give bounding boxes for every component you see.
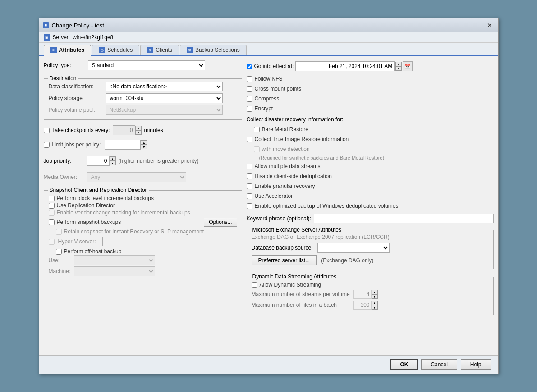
- off-host-checkbox[interactable]: [56, 249, 62, 255]
- title-bar-left: ■ Change Policy - test: [43, 22, 104, 29]
- bare-metal-row: Bare Metal Restore: [254, 126, 494, 132]
- max-files-spin-up[interactable]: ▲: [372, 301, 378, 305]
- preferred-server-button[interactable]: Preferred server list...: [252, 255, 317, 265]
- policy-storage-row: Policy storage: worm_004-stu: [49, 93, 237, 103]
- exchange-dag-only-label: (Exchange DAG only): [321, 257, 373, 264]
- max-streams-spin-buttons: ▲ ▼: [372, 290, 378, 299]
- limit-jobs-input[interactable]: [105, 140, 141, 150]
- tab-backup-selections[interactable]: ⊞ Backup Selections: [180, 45, 247, 55]
- go-effect-spin-down[interactable]: ▼: [395, 66, 402, 71]
- enable-optimized-row: Enable optimized backup of Windows dedup…: [247, 203, 494, 209]
- go-effect-spin-up[interactable]: ▲: [395, 62, 402, 66]
- hyperv-input: [102, 237, 165, 246]
- job-priority-row: Job priority: ▲ ▼ (higher number is grea…: [44, 156, 242, 166]
- go-effect-label: Go into effect at:: [254, 63, 294, 69]
- tab-attributes-label: Attributes: [59, 47, 85, 53]
- checkpoints-input: [113, 125, 135, 135]
- cancel-button[interactable]: Cancel: [421, 359, 457, 370]
- max-files-row: Maximum number of files in a batch ▲ ▼: [252, 301, 489, 310]
- db-source-select[interactable]: [317, 243, 390, 253]
- allow-multiple-checkbox[interactable]: [247, 164, 252, 169]
- title-bar: ■ Change Policy - test ✕: [39, 18, 498, 32]
- dialog-title: Change Policy - test: [52, 22, 104, 29]
- go-effect-checkbox[interactable]: [247, 64, 252, 69]
- bare-metal-checkbox[interactable]: [254, 127, 260, 132]
- limit-jobs-spin-up[interactable]: ▲: [141, 140, 147, 145]
- cross-mount-row: Cross mount points: [247, 86, 494, 92]
- checkpoints-spin-down[interactable]: ▼: [135, 130, 142, 135]
- max-streams-spin-up[interactable]: ▲: [372, 290, 378, 294]
- off-host-row: Perform off-host backup: [56, 248, 237, 255]
- help-button[interactable]: Help: [461, 359, 491, 370]
- data-classification-select[interactable]: <No data classification>: [106, 82, 223, 91]
- tab-schedules[interactable]: ◷ Schedules: [92, 45, 139, 55]
- checkpoints-spin-up[interactable]: ▲: [135, 126, 142, 130]
- use-accelerator-checkbox[interactable]: [247, 193, 252, 199]
- server-label: Server:: [53, 34, 70, 41]
- keyword-row: Keyword phrase (optional):: [247, 214, 494, 223]
- job-priority-spin-down[interactable]: ▼: [110, 161, 116, 165]
- retain-snapshot-label: Retain snapshot for Instant Recovery or …: [64, 228, 204, 235]
- policy-type-row: Policy type: Standard: [44, 60, 242, 70]
- follow-nfs-row: Follow NFS: [247, 76, 494, 82]
- machine-row: Machine:: [49, 266, 237, 276]
- attributes-tab-icon: ≡: [50, 47, 57, 53]
- policy-volume-pool-label: Policy volume pool:: [49, 107, 103, 113]
- use-accelerator-row: Use Accelerator: [247, 193, 494, 199]
- ok-button[interactable]: OK: [390, 359, 418, 370]
- tab-clients[interactable]: ⊞ Clients: [140, 45, 179, 55]
- enable-optimized-checkbox[interactable]: [247, 203, 252, 209]
- close-button[interactable]: ✕: [485, 21, 495, 29]
- vendor-tracking-row: Enable vendor change tracking for increm…: [49, 210, 237, 216]
- compress-checkbox[interactable]: [247, 96, 252, 102]
- replication-director-checkbox[interactable]: [49, 203, 55, 209]
- policy-type-label: Policy type:: [44, 62, 84, 68]
- max-files-spinbox: ▲ ▼: [353, 301, 378, 310]
- go-effect-datetime-input[interactable]: Feb 21, 2024 10:24:01 AM: [295, 61, 395, 71]
- policy-type-select[interactable]: Standard: [88, 60, 205, 70]
- enable-granular-checkbox[interactable]: [247, 183, 252, 189]
- job-priority-input[interactable]: [87, 156, 110, 166]
- perform-snapshot-row: Perform snapshot backups Options...: [49, 218, 237, 227]
- disable-dedup-label: Disable client-side deduplication: [255, 173, 332, 179]
- with-move-label: with move detection: [262, 146, 310, 152]
- dialog-icon: ■: [43, 22, 49, 28]
- tab-attributes[interactable]: ≡ Attributes: [44, 45, 92, 56]
- max-files-spin-down[interactable]: ▼: [372, 305, 378, 310]
- disable-dedup-checkbox[interactable]: [247, 173, 252, 179]
- encrypt-checkbox[interactable]: [247, 106, 252, 112]
- cross-mount-checkbox[interactable]: [247, 86, 252, 92]
- ms-exchange-group-label: Microsoft Exchange Server Attributes: [251, 227, 343, 233]
- options-button[interactable]: Options...: [204, 218, 237, 227]
- collect-true-image-checkbox[interactable]: [247, 137, 252, 142]
- job-priority-spin-up[interactable]: ▲: [110, 156, 116, 161]
- max-streams-row: Maximum number of streams per volume ▲ ▼: [252, 290, 489, 299]
- max-streams-spin-down[interactable]: ▼: [372, 294, 378, 299]
- take-checkpoints-label: Take checkpoints every:: [52, 127, 110, 133]
- limit-jobs-spin-down[interactable]: ▼: [141, 145, 147, 149]
- vendor-tracking-checkbox: [49, 210, 55, 216]
- calendar-button[interactable]: 📅: [403, 61, 413, 71]
- enable-granular-row: Enable granular recovery: [247, 183, 494, 189]
- follow-nfs-checkbox[interactable]: [247, 76, 252, 82]
- take-checkpoints-checkbox[interactable]: [44, 128, 50, 133]
- dds-group-label: Dynamic Data Streaming Attributes: [251, 273, 339, 280]
- take-checkpoints-row: Take checkpoints every: ▲ ▼ minutes: [44, 125, 242, 135]
- retain-snapshot-row: Retain snapshot for Instant Recovery or …: [56, 228, 237, 235]
- perform-snapshot-checkbox[interactable]: [49, 219, 55, 225]
- keyword-input[interactable]: [314, 214, 494, 223]
- compress-label: Compress: [255, 96, 280, 102]
- right-panel: Go into effect at: Feb 21, 2024 10:24:01…: [247, 60, 494, 351]
- block-level-checkbox[interactable]: [49, 196, 55, 201]
- use-row: Use:: [49, 255, 237, 265]
- max-streams-label: Maximum number of streams per volume: [252, 291, 351, 297]
- data-classification-row: Data classification: <No data classifica…: [49, 82, 237, 91]
- with-move-row: with move detection: [254, 146, 494, 152]
- policy-storage-select[interactable]: worm_004-stu: [106, 93, 223, 103]
- block-level-label: Perform block level incremental backups: [57, 195, 154, 201]
- limit-jobs-checkbox[interactable]: [44, 142, 50, 148]
- max-files-input: [353, 301, 372, 310]
- allow-dynamic-checkbox[interactable]: [252, 282, 257, 288]
- allow-dynamic-label: Allow Dynamic Streaming: [260, 282, 321, 288]
- snapshot-group-label: Snapshot Client and Replication Director: [48, 187, 149, 193]
